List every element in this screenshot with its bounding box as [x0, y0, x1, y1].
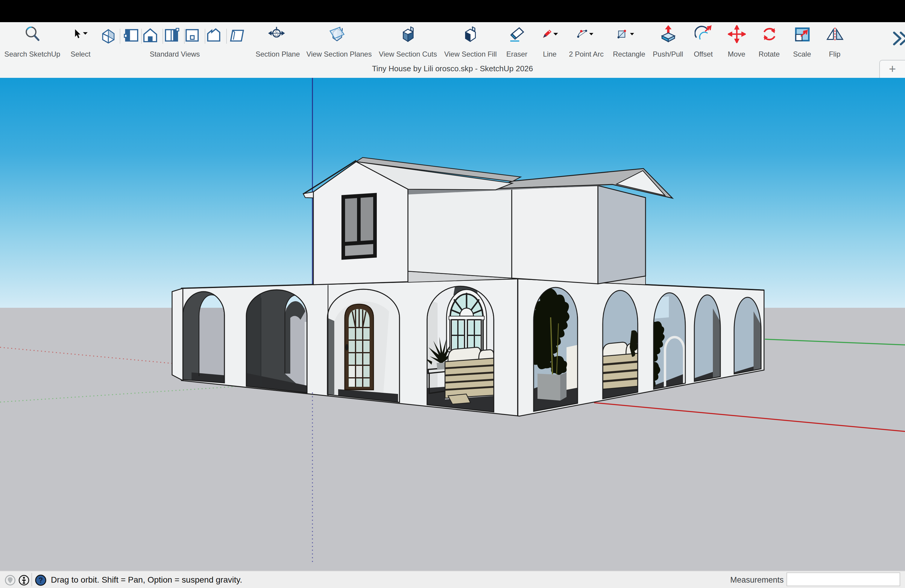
- svg-text:C: C: [275, 30, 278, 33]
- svg-text:?: ?: [39, 576, 43, 584]
- svg-text:A-5: A-5: [274, 33, 279, 37]
